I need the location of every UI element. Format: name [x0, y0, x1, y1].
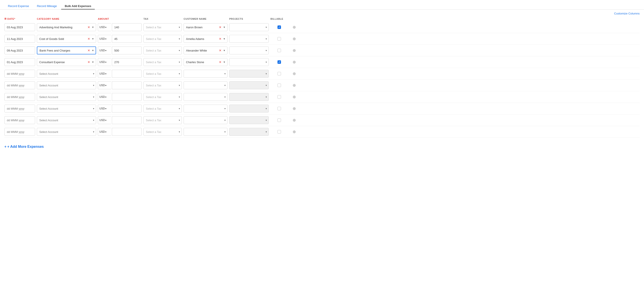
tax-select[interactable]: Select a Tax [144, 23, 182, 31]
billable-checkbox[interactable] [278, 37, 281, 40]
billable-checkbox[interactable] [278, 72, 281, 76]
billable-checkbox[interactable] [278, 49, 281, 52]
amount-input[interactable] [112, 70, 142, 78]
date-input[interactable] [4, 35, 35, 43]
tax-select[interactable]: Select a Tax [144, 58, 182, 66]
tax-select[interactable]: Select a Tax [144, 46, 182, 54]
date-input[interactable] [4, 46, 35, 54]
customer-dropdown-button[interactable]: ▼ [222, 49, 226, 52]
project-input[interactable] [229, 46, 269, 54]
amount-input[interactable] [112, 58, 142, 66]
currency-select[interactable]: USD ▾ [98, 35, 111, 43]
category-dropdown-button[interactable]: ▼ [91, 26, 95, 29]
date-input[interactable] [4, 70, 35, 78]
amount-input[interactable] [112, 23, 142, 31]
project-input[interactable] [229, 35, 269, 43]
date-input[interactable] [4, 93, 35, 101]
date-input[interactable] [4, 104, 35, 112]
tax-select[interactable]: Select a Tax [144, 70, 182, 78]
tab-record-mileage[interactable]: Record Mileage [33, 3, 60, 10]
customer-input[interactable] [184, 128, 228, 136]
add-more-label[interactable]: + Add More Expenses [7, 145, 44, 149]
row-action-button[interactable]: ⊕ [292, 60, 296, 64]
customer-input[interactable] [184, 93, 228, 101]
currency-select[interactable]: USD ▾ [98, 128, 111, 136]
tax-select[interactable]: Select a Tax [144, 81, 182, 89]
category-input[interactable] [37, 81, 96, 89]
amount-input[interactable] [112, 104, 142, 112]
row-action-button[interactable]: ⊕ [292, 83, 296, 88]
customer-clear-button[interactable]: ✕ [218, 37, 222, 41]
customer-input[interactable] [184, 104, 228, 112]
category-input[interactable] [37, 93, 96, 101]
amount-input[interactable] [112, 81, 142, 89]
currency-select[interactable]: USD ▾ [98, 46, 111, 54]
customer-input[interactable] [184, 116, 228, 124]
customize-columns-link[interactable]: Customize Columns [614, 12, 640, 15]
category-cell: ✕▼ [37, 58, 96, 66]
amount-input[interactable] [112, 35, 142, 43]
row-action-button[interactable]: ⊕ [292, 106, 296, 111]
category-input[interactable] [37, 104, 96, 112]
row-action-button[interactable]: ⊕ [292, 130, 296, 134]
billable-checkbox[interactable] [278, 118, 281, 122]
category-input[interactable] [37, 116, 96, 124]
row-action-button[interactable]: ⊕ [292, 36, 296, 41]
date-input[interactable] [4, 23, 35, 31]
row-action-button[interactable]: ⊕ [292, 25, 296, 30]
billable-checkbox[interactable] [278, 84, 281, 87]
category-clear-button[interactable]: ✕ [87, 25, 90, 29]
project-input[interactable] [229, 58, 269, 66]
currency-select[interactable]: USD ▾ [98, 93, 111, 101]
row-action-button[interactable]: ⊕ [292, 71, 296, 76]
tab-bulk-add[interactable]: Bulk Add Expenses [61, 3, 95, 10]
currency-select[interactable]: USD ▾ [98, 23, 111, 31]
date-input[interactable] [4, 128, 35, 136]
customer-clear-button[interactable]: ✕ [218, 48, 222, 52]
currency-select[interactable]: USD ▾ [98, 116, 111, 124]
currency-select[interactable]: USD ▾ [98, 81, 111, 89]
customer-dropdown-button[interactable]: ▼ [222, 26, 226, 29]
row-action-button[interactable]: ⊕ [292, 48, 296, 53]
date-col-header: ⊞ DATE* [4, 17, 35, 20]
category-input[interactable] [37, 128, 96, 136]
row-action-button[interactable]: ⊕ [292, 118, 296, 122]
tax-select[interactable]: Select a Tax [144, 104, 182, 112]
customer-dropdown-button[interactable]: ▼ [222, 60, 226, 64]
amount-input[interactable] [112, 116, 142, 124]
category-dropdown-button[interactable]: ▼ [91, 37, 95, 40]
category-dropdown-button[interactable]: ▼ [91, 60, 95, 64]
row-action-button[interactable]: ⊕ [292, 94, 296, 99]
billable-checkbox[interactable] [278, 130, 281, 134]
category-input[interactable] [37, 70, 96, 78]
tax-select[interactable]: Select a Tax [144, 35, 182, 43]
billable-checkbox[interactable] [278, 95, 281, 99]
billable-checkbox[interactable] [278, 26, 281, 29]
customer-input[interactable] [184, 81, 228, 89]
customer-clear-button[interactable]: ✕ [218, 25, 222, 29]
date-input[interactable] [4, 116, 35, 124]
customer-dropdown-button[interactable]: ▼ [222, 37, 226, 40]
date-input[interactable] [4, 81, 35, 89]
category-clear-button[interactable]: ✕ [87, 37, 90, 41]
currency-select[interactable]: USD ▾ [98, 70, 111, 78]
amount-input[interactable] [112, 128, 142, 136]
project-input[interactable] [229, 23, 269, 31]
category-dropdown-button[interactable]: ▼ [91, 49, 95, 52]
add-more-expenses[interactable]: + + Add More Expenses [0, 142, 644, 151]
category-clear-button[interactable]: ✕ [87, 48, 90, 52]
date-input[interactable] [4, 58, 35, 66]
billable-checkbox[interactable] [278, 60, 281, 64]
customer-input[interactable] [184, 70, 228, 78]
tax-select[interactable]: Select a Tax [144, 128, 182, 136]
billable-checkbox[interactable] [278, 107, 281, 110]
tax-select[interactable]: Select a Tax [144, 93, 182, 101]
currency-select[interactable]: USD ▾ [98, 58, 111, 66]
category-clear-button[interactable]: ✕ [87, 60, 90, 64]
tab-record-expense[interactable]: Record Expense [4, 3, 32, 10]
tax-select[interactable]: Select a Tax [144, 116, 182, 124]
amount-input[interactable] [112, 46, 142, 54]
currency-select[interactable]: USD ▾ [98, 104, 111, 112]
customer-clear-button[interactable]: ✕ [218, 60, 222, 64]
amount-input[interactable] [112, 93, 142, 101]
